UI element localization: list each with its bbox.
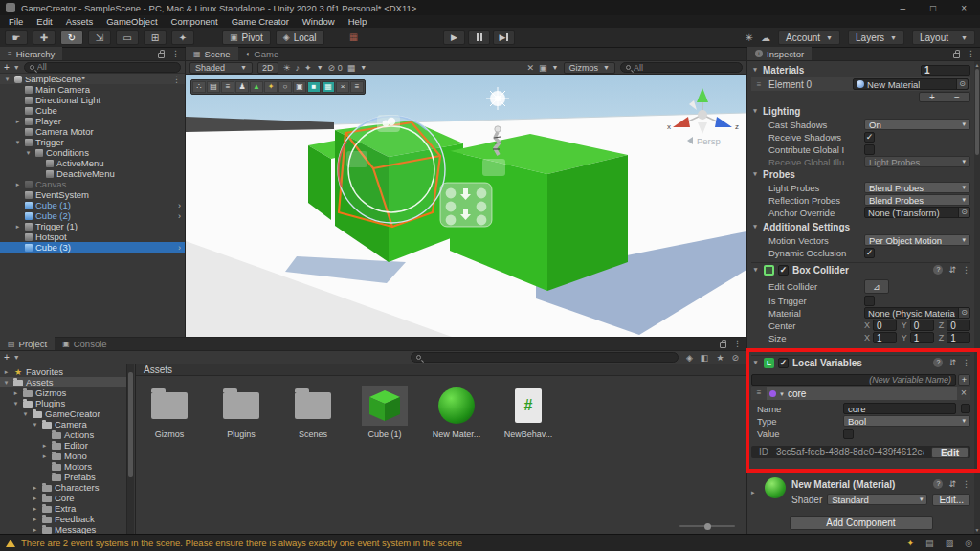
project-folder-editor[interactable]: ▸Editor: [0, 440, 126, 451]
shading-mode-dropdown[interactable]: Shaded▼: [189, 62, 253, 74]
receive-shadows-checkbox[interactable]: ✓: [864, 132, 875, 143]
menu-gameobject[interactable]: GameObject: [100, 16, 164, 27]
object-picker-icon[interactable]: ⊙: [958, 208, 969, 217]
gizmos-dropdown[interactable]: Gizmos▼: [564, 62, 615, 74]
add-gameobject-button[interactable]: +: [4, 62, 10, 73]
progress-check-icon[interactable]: ◎: [965, 539, 972, 548]
kebab-icon[interactable]: ⋮: [962, 358, 970, 367]
hierarchy-item-samplescene[interactable]: ▾SampleScene*⋮: [0, 74, 185, 84]
project-folder-core[interactable]: ▸Core: [0, 493, 126, 503]
scene-viewport[interactable]: x z Persp ∴▤≡♟▲✦○▣■▦×≡: [186, 75, 746, 337]
gizmo-icon-back[interactable]: [346, 151, 368, 167]
gizmo-icon-front[interactable]: [482, 159, 505, 176]
foldout-arrow[interactable]: ▸: [11, 389, 20, 397]
remove-variable-button[interactable]: ×: [957, 387, 970, 400]
minimize-button[interactable]: –: [901, 3, 906, 13]
project-folder-motors[interactable]: Motors: [0, 461, 126, 472]
probes-section-header[interactable]: ▾ Probes: [751, 167, 970, 181]
foldout-arrow[interactable]: ▸: [31, 505, 39, 513]
project-folder-characters[interactable]: ▸Characters: [0, 482, 126, 493]
step-button[interactable]: ▶: [493, 30, 515, 45]
hierarchy-item-camera-motor[interactable]: Camera Motor: [0, 126, 185, 137]
gamecreator-layers-icon[interactable]: ▤: [207, 81, 220, 93]
prefab-chevron-icon[interactable]: ›: [178, 211, 181, 221]
project-folder-assets[interactable]: ▾Assets: [0, 377, 126, 387]
tab-console[interactable]: ▣ Console: [55, 337, 114, 350]
hand-tool[interactable]: ☛: [5, 30, 28, 45]
asset-gizmos[interactable]: Gizmos: [145, 386, 194, 439]
tab-project[interactable]: ▤ Project: [0, 337, 55, 350]
hierarchy-item-trigger-1[interactable]: ▸Trigger (1): [0, 221, 185, 231]
project-folder-gizmos[interactable]: ▸Gizmos: [0, 387, 126, 398]
hierarchy-item-trigger[interactable]: ▾Trigger: [0, 137, 185, 147]
gamecreator-list-icon[interactable]: ≡: [221, 81, 234, 93]
foldout-arrow[interactable]: ▾: [11, 400, 20, 408]
foldout-arrow[interactable]: ▸: [2, 368, 11, 376]
thumbnail-size-slider[interactable]: [679, 522, 735, 530]
value-checkbox[interactable]: [843, 429, 854, 439]
project-tree-scrollbar[interactable]: [126, 364, 134, 534]
foldout-arrow[interactable]: ▸: [31, 495, 39, 502]
reflection-probes-dropdown[interactable]: Blend Probes▾: [864, 194, 970, 206]
foldout-arrow[interactable]: ▸: [31, 526, 39, 534]
menu-edit[interactable]: Edit: [30, 16, 58, 27]
edit-collider-button[interactable]: ⊿: [864, 279, 889, 294]
chevron-down-icon[interactable]: ▼: [317, 64, 323, 71]
collab-icon[interactable]: ✳: [746, 33, 753, 43]
local-variables-enabled-checkbox[interactable]: ✓: [778, 358, 789, 368]
custom-tool[interactable]: ✦: [171, 30, 194, 45]
menu-component[interactable]: Component: [165, 16, 225, 27]
scene-search[interactable]: [620, 62, 743, 73]
prefab-chevron-icon[interactable]: ›: [178, 243, 181, 253]
receive-global-illu-dropdown[interactable]: Light Probes▾: [864, 156, 970, 167]
object-picker-icon[interactable]: ⊙: [956, 79, 968, 89]
gamecreator-chat-icon[interactable]: ✦: [264, 81, 278, 93]
foldout-arrow[interactable]: ▸: [13, 181, 22, 188]
add-variable-button[interactable]: +: [958, 374, 970, 386]
create-asset-button[interactable]: +: [4, 352, 10, 363]
hidden-count-icon[interactable]: ⊘: [731, 353, 739, 363]
hierarchy-item-canvas[interactable]: ▸Canvas: [0, 179, 185, 189]
cast-shadows-dropdown[interactable]: On▾: [864, 119, 970, 130]
scroll-down-icon[interactable]: ▼: [974, 527, 980, 533]
kebab-icon[interactable]: ⋮: [967, 49, 975, 58]
foldout-arrow[interactable]: ▾: [751, 66, 759, 74]
gamecreator-circle-icon[interactable]: ○: [278, 81, 292, 93]
add-material-button[interactable]: +: [920, 93, 945, 101]
account-dropdown[interactable]: Account▼: [778, 30, 840, 45]
kebab-icon[interactable]: ⋮: [171, 49, 180, 58]
maximize-button[interactable]: □: [930, 3, 936, 13]
box-collider-header[interactable]: ▾ ✓ Box Collider ? ⇵ ⋮: [751, 262, 970, 276]
center-x-field[interactable]: 0: [873, 320, 897, 331]
component-tools-icon[interactable]: ✕: [527, 63, 535, 73]
menu-file[interactable]: File: [2, 16, 30, 27]
chevron-down-icon[interactable]: ▼: [360, 64, 367, 71]
local-toggle-button[interactable]: ◈ Local: [276, 30, 324, 45]
foldout-arrow[interactable]: ▼: [779, 391, 785, 397]
remove-material-button[interactable]: −: [945, 93, 969, 101]
lock-icon[interactable]: [953, 53, 960, 58]
foldout-arrow[interactable]: ▾: [13, 139, 22, 146]
cloud-icon[interactable]: ☁: [761, 33, 770, 43]
foldout-arrow[interactable]: ▸: [13, 118, 22, 125]
kebab-icon[interactable]: ⋮: [733, 339, 742, 348]
help-icon[interactable]: ?: [933, 479, 943, 489]
dynamic-occlusion-checkbox[interactable]: ✓: [864, 248, 875, 258]
inspector-scrollbar[interactable]: ▲ ▼: [974, 61, 980, 534]
foldout-arrow[interactable]: ▾: [751, 223, 759, 231]
rotate-tool[interactable]: ↻: [60, 30, 83, 45]
foldout-arrow[interactable]: ▾: [3, 76, 11, 83]
center-z-field[interactable]: 0: [947, 320, 970, 331]
mini-toggle[interactable]: [961, 404, 970, 413]
project-folder-feedback[interactable]: ▸Feedback: [0, 514, 126, 524]
tab-hierarchy[interactable]: ≡ Hierarchy: [0, 47, 62, 60]
lock-icon[interactable]: [158, 53, 165, 58]
tab-scene[interactable]: Scene: [186, 47, 238, 60]
project-folder-gamecreator[interactable]: ▾GameCreator: [0, 408, 126, 419]
prefab-chevron-icon[interactable]: ›: [178, 201, 181, 210]
collab-alert-icon[interactable]: ✦: [907, 539, 915, 548]
foldout-arrow[interactable]: ▾: [751, 359, 760, 366]
favorites-filter-icon[interactable]: ★: [716, 353, 724, 363]
new-variable-input[interactable]: [751, 374, 956, 386]
shader-dropdown[interactable]: Standard ▾: [827, 494, 927, 505]
